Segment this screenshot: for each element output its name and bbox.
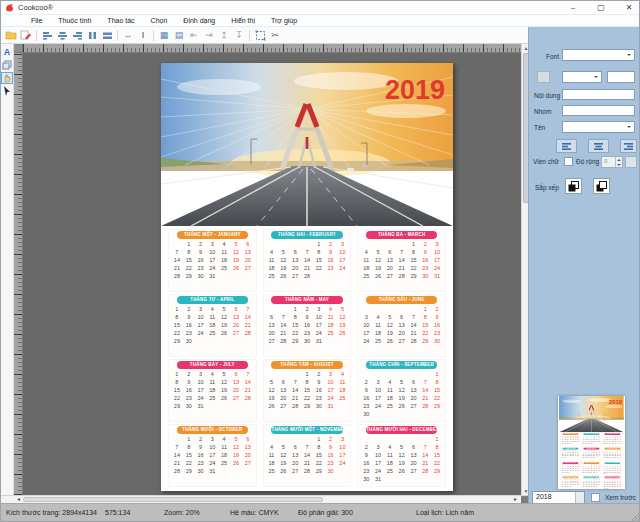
day-cell: 6 (266, 314, 278, 322)
month-header: THÁNG MƯỜI MỘT - NOVEMBER (271, 426, 342, 434)
horizontal-scroll-thumb[interactable] (23, 497, 323, 502)
month-card[interactable]: THÁNG MỘT - JANUARY123456789101112131415… (169, 230, 256, 291)
font-style-input[interactable] (607, 71, 635, 83)
day-cell: 23 (195, 460, 207, 468)
align-top-icon[interactable]: ↥ (217, 28, 231, 42)
text-cursor-icon[interactable]: I (136, 28, 150, 42)
resize-grip[interactable] (630, 512, 640, 522)
calendar-page[interactable]: 2018 THÁNG MỘT - JANUARY1234567891011121… (559, 396, 624, 489)
calendar-page[interactable]: 2019 THÁNG MỘT - JANUARY1234567891011121… (161, 63, 453, 491)
month-card[interactable]: THÁNG TÁM - AUGUST1234567891011121314151… (264, 360, 351, 421)
month-card[interactable]: THÁNG BẢY - JULY123456789101112131415161… (169, 360, 256, 421)
cut-icon[interactable]: ✂ (268, 28, 282, 42)
duplicate-tool[interactable] (1, 59, 13, 71)
close-icon[interactable]: ✕ (623, 1, 635, 15)
day-cell (396, 436, 408, 444)
month-card[interactable]: THÁNG BA - MARCH123456789101112131415161… (358, 230, 445, 291)
month-card[interactable]: THÁNG SÁU - JUNE123456789101112131415161… (358, 295, 445, 356)
grid-icon[interactable]: ▤ (172, 28, 186, 42)
day-cell: 22 (431, 460, 443, 468)
align-bottom-icon[interactable]: ↧ (232, 28, 246, 42)
select-tool[interactable] (1, 85, 13, 97)
day-cell: 24 (431, 265, 443, 273)
align-left-icon[interactable] (40, 28, 54, 42)
border-color-box[interactable] (625, 156, 637, 168)
stepper-arrows-icon[interactable] (615, 157, 622, 167)
text-border-checkbox[interactable] (564, 157, 573, 166)
content-input[interactable] (562, 89, 635, 100)
font-size-select[interactable] (562, 71, 602, 83)
month-card[interactable]: THÁNG HAI - FEBRUARY12345678910111213141… (264, 230, 351, 291)
month-card[interactable]: THÁNG MƯỜI - OCTOBER12345678910111213141… (169, 425, 256, 486)
day-cell: 13 (384, 257, 396, 265)
border-width-stepper[interactable]: 0 (601, 156, 623, 168)
day-cell: 5 (277, 249, 289, 257)
month-card[interactable]: THÁNG TƯ - APRIL123456789101112131415161… (169, 295, 256, 356)
day-cell: 11 (384, 387, 396, 395)
day-cell: 2 (360, 379, 372, 387)
align-right-icon[interactable] (70, 28, 84, 42)
design-canvas[interactable]: 2019 THÁNG MỘT - JANUARY1234567891011121… (23, 53, 521, 495)
align-edge-right-icon[interactable]: ⇥ (202, 28, 216, 42)
minimize-icon[interactable]: – (567, 1, 579, 15)
day-cell: 3 (372, 444, 384, 452)
month-card[interactable]: THÁNG MƯỜI MỘT - NOVEMBER123456789101112… (264, 425, 351, 486)
bring-forward-button[interactable] (565, 178, 582, 194)
text-align-center-button[interactable] (588, 139, 609, 153)
toolbar-separator (36, 30, 37, 41)
font-color-button[interactable] (537, 71, 550, 83)
scroll-right-icon[interactable]: ► (511, 496, 520, 503)
day-cell: 27 (384, 273, 396, 281)
distribute-horizontal-icon[interactable] (85, 28, 99, 42)
preview-checkbox[interactable] (591, 493, 600, 502)
day-cell: 3 (372, 379, 384, 387)
table-icon[interactable]: ▦ (157, 28, 171, 42)
font-select[interactable] (562, 49, 635, 61)
align-edge-left-icon[interactable]: ⇤ (187, 28, 201, 42)
menu-item-chon[interactable]: Chọn (143, 15, 176, 27)
day-cell: 26 (218, 395, 230, 403)
preview-thumbnail[interactable]: 2018 THÁNG MỘT - JANUARY1234567891011121… (558, 396, 625, 489)
day-cell (171, 436, 183, 444)
month-card[interactable]: THÁNG NĂM - MAY1234567891011121314151617… (264, 295, 351, 356)
fit-width-icon[interactable]: ↔ (121, 28, 135, 42)
hand-tool[interactable] (1, 72, 13, 84)
day-cell: 15 (171, 322, 183, 330)
year-text[interactable]: 2019 (385, 75, 445, 105)
maximize-icon[interactable]: ▢ (595, 1, 607, 15)
transform-icon[interactable] (253, 28, 267, 42)
day-cell: 25 (384, 468, 396, 476)
align-center-icon[interactable] (55, 28, 69, 42)
text-align-right-button[interactable] (620, 139, 637, 153)
menu-item-dinh-dang[interactable]: Định dạng (175, 15, 223, 27)
day-cell: 13 (242, 249, 254, 257)
day-cell: 11 (266, 452, 278, 460)
horizontal-scrollbar[interactable]: ◄ ► (1, 495, 530, 503)
day-cell: 24 (313, 330, 325, 338)
month-card[interactable]: THÁNG MƯỜI HAI - DECEMBER123456789101112… (358, 425, 445, 486)
menu-item-thuoc-tinh[interactable]: Thuộc tính (50, 15, 99, 27)
month-header: THÁNG TÁM - AUGUST (271, 361, 342, 369)
group-input[interactable] (562, 105, 635, 116)
menu-item-hien-thi[interactable]: Hiển thị (223, 15, 263, 27)
year-stepper-icon[interactable] (575, 492, 584, 503)
export-image-button[interactable] (19, 28, 33, 42)
send-backward-button[interactable] (593, 178, 610, 194)
month-card[interactable]: THÁNG CHÍN - SEPTEMBER123456789101112131… (358, 360, 445, 421)
day-cell: 6 (242, 436, 254, 444)
scroll-left-icon[interactable]: ◄ (14, 496, 23, 503)
text-tool[interactable]: A (1, 46, 13, 58)
bridge-photo[interactable]: 2019 (161, 63, 453, 226)
day-cell: 19 (337, 322, 349, 330)
menu-item-thao-tac[interactable]: Thao tác (99, 15, 142, 27)
name-select[interactable] (562, 121, 635, 133)
distribute-vertical-icon[interactable] (100, 28, 114, 42)
day-cell (277, 436, 289, 444)
open-file-button[interactable] (4, 28, 18, 42)
menu-item-tro-giup[interactable]: Trợ giúp (263, 15, 305, 27)
menu-item-file[interactable]: File (23, 15, 50, 27)
day-cell: 16 (195, 452, 207, 460)
day-cell: 26 (277, 273, 289, 281)
text-align-left-button[interactable] (556, 139, 577, 153)
day-cell: 23 (325, 460, 337, 468)
